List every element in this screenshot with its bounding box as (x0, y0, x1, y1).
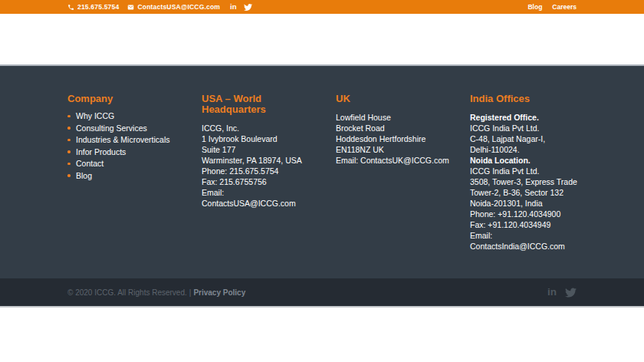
email-icon (127, 4, 134, 11)
copyright-text: © 2020 ICCG. All Rights Reserved.|Privac… (67, 288, 245, 297)
bottombar-social-group: in (547, 287, 577, 298)
footer-column-usa: USA – World Headquarters ICCG, Inc. 1 Iv… (202, 94, 318, 278)
address-line: 1 Ivybrook Boulevard (202, 133, 318, 144)
uk-address-block: Lowfield House Brocket Road Hoddesdon He… (336, 112, 452, 166)
topbar-phone-text: 215.675.5754 (77, 3, 119, 11)
topbar-contact-group: 215.675.5754 ContactsUSA@ICCG.com in (67, 3, 252, 12)
footer-link-contact[interactable]: Contact (67, 160, 184, 168)
top-contact-bar: 215.675.5754 ContactsUSA@ICCG.com in Blo… (0, 0, 644, 14)
bullet-icon (67, 127, 71, 130)
topbar-email-text: ContactsUSA@ICCG.com (137, 3, 220, 11)
footer-link-label: Blog (76, 171, 92, 180)
privacy-policy-link[interactable]: Privacy Policy (193, 288, 245, 297)
fax-line: Fax: 215.6755756 (202, 176, 318, 187)
office-label: Noida Location. (470, 155, 586, 166)
topbar-phone-link[interactable]: 215.675.5754 (67, 3, 119, 11)
footer-link-label: Industries & Microverticals (76, 135, 170, 144)
address-line: ICCG India Pvt Ltd. (470, 166, 586, 176)
address-line: Suite 177 (202, 144, 318, 155)
fax-line: Fax: +91.120.4034949 (470, 219, 586, 230)
footer-link-industries-microverticals[interactable]: Industries & Microverticals (67, 136, 184, 144)
topbar-social-group: in (230, 3, 251, 12)
bullet-icon (67, 115, 71, 118)
bullet-icon (67, 174, 71, 177)
bullet-icon (67, 163, 71, 166)
topbar-nav: Blog Careers (527, 3, 577, 11)
company-heading: Company (67, 94, 184, 104)
footer-link-infor-products[interactable]: Infor Products (67, 148, 184, 156)
address-line: C-48, Lajpat Nagar-I, (470, 133, 586, 144)
linkedin-icon[interactable]: in (230, 3, 236, 11)
address-line: Noida-201301, India (470, 198, 586, 209)
usa-heading: USA – World Headquarters (202, 94, 318, 115)
footer-link-label: Consulting Services (76, 123, 147, 133)
footer-link-consulting-services[interactable]: Consulting Services (67, 124, 184, 133)
address-line: EN118NZ UK (336, 144, 452, 155)
topbar-email-link[interactable]: ContactsUSA@ICCG.com (127, 3, 220, 11)
email-line: Email: ContactsUSA@ICCG.com (202, 187, 318, 209)
twitter-icon[interactable] (565, 287, 577, 298)
india-heading: India Offices (470, 94, 586, 104)
footer-column-india: India Offices Registered Office. ICCG In… (470, 94, 586, 278)
footer-link-label: Why ICCG (76, 111, 114, 120)
india-address-block: Registered Office. ICCG India Pvt Ltd. C… (470, 112, 586, 252)
twitter-icon[interactable] (244, 3, 252, 12)
phone-line: Phone: 215.675.5754 (202, 166, 318, 176)
footer-bottom-bar: © 2020 ICCG. All Rights Reserved.|Privac… (0, 278, 644, 308)
address-line: Lowfield House (336, 112, 452, 123)
address-line: ICCG India Pvt Ltd. (470, 123, 586, 133)
footer-link-label: Infor Products (76, 147, 126, 156)
bullet-icon (67, 150, 71, 153)
email-line: Email: ContactsIndia@ICCG.com (470, 230, 586, 252)
office-label: Registered Office. (470, 112, 586, 123)
email-line: Email: ContactsUK@ICCG.com (336, 155, 452, 166)
topbar-nav-blog[interactable]: Blog (527, 3, 542, 11)
address-line: Hoddesdon Hertfordshire (336, 133, 452, 144)
footer: Company Why ICCG Consulting Services Ind… (0, 64, 644, 278)
copyright-notice: © 2020 ICCG. All Rights Reserved. (67, 288, 187, 297)
footer-column-company: Company Why ICCG Consulting Services Ind… (67, 94, 184, 278)
address-line: Warminster, PA 18974, USA (202, 155, 318, 166)
address-line: Brocket Road (336, 123, 452, 133)
page-body-whitespace (0, 14, 644, 64)
address-line: Tower-2, B-36, Sector 132 (470, 187, 586, 198)
bullet-icon (67, 139, 71, 142)
company-link-list: Why ICCG Consulting Services Industries … (67, 112, 184, 180)
footer-link-label: Contact (76, 159, 104, 168)
address-line: Delhi-110024. (470, 144, 586, 155)
separator: | (189, 288, 192, 297)
footer-link-blog[interactable]: Blog (67, 172, 184, 180)
footer-link-why-iccg[interactable]: Why ICCG (67, 112, 184, 120)
address-line: 3508, Tower-3, Express Trade (470, 176, 586, 187)
address-line: ICCG, Inc. (202, 123, 318, 133)
uk-heading: UK (336, 94, 452, 104)
footer-column-uk: UK Lowfield House Brocket Road Hoddesdon… (336, 94, 452, 278)
page-bottom-whitespace (0, 308, 644, 362)
phone-line: Phone: +91.120.4034900 (470, 209, 586, 219)
usa-address-block: ICCG, Inc. 1 Ivybrook Boulevard Suite 17… (202, 123, 318, 209)
linkedin-icon[interactable]: in (547, 287, 557, 298)
phone-icon (67, 4, 74, 11)
topbar-nav-careers[interactable]: Careers (552, 3, 577, 11)
